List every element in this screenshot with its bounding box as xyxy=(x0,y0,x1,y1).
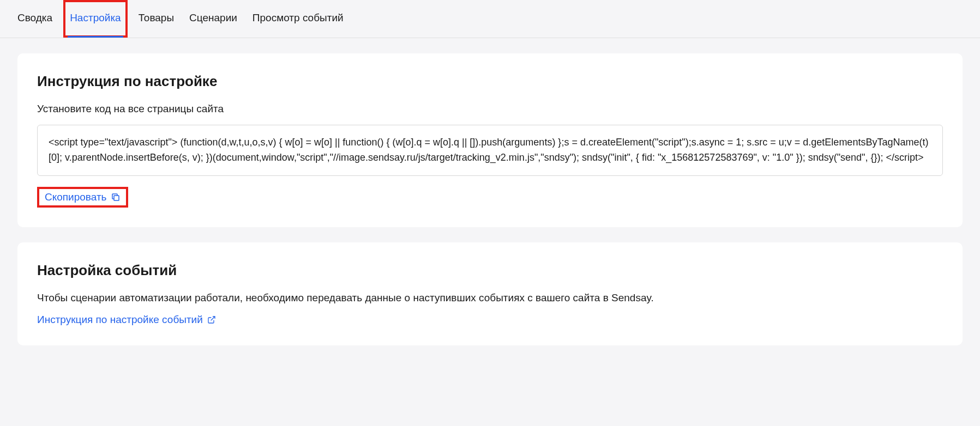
instruction-title: Инструкция по настройке xyxy=(37,73,943,90)
events-link-label: Инструкция по настройке событий xyxy=(37,314,203,326)
content-area: Инструкция по настройке Установите код н… xyxy=(0,38,980,376)
events-description: Чтобы сценарии автоматизации работали, н… xyxy=(37,292,943,304)
instruction-card: Инструкция по настройке Установите код н… xyxy=(17,53,963,227)
svg-rect-0 xyxy=(114,196,119,200)
tab-summary[interactable]: Сводка xyxy=(17,0,52,38)
tab-products[interactable]: Товары xyxy=(139,0,174,38)
tabs-bar: Сводка Настройка Товары Сценарии Просмот… xyxy=(0,0,980,38)
events-title: Настройка событий xyxy=(37,262,943,279)
tab-active-underline xyxy=(68,36,123,38)
copy-icon xyxy=(111,192,121,202)
code-box[interactable]: <script type="text/javascript"> (functio… xyxy=(37,125,943,176)
instruction-subtitle: Установите код на все страницы сайта xyxy=(37,103,943,115)
tab-settings[interactable]: Настройка xyxy=(63,0,128,38)
tab-scenarios[interactable]: Сценарии xyxy=(189,0,237,38)
events-instruction-link[interactable]: Инструкция по настройке событий xyxy=(37,314,216,326)
copy-button-label: Скопировать xyxy=(45,191,106,203)
tab-settings-label: Настройка xyxy=(70,12,121,23)
copy-button[interactable]: Скопировать xyxy=(37,187,128,208)
external-link-icon xyxy=(207,315,216,324)
events-card: Настройка событий Чтобы сценарии автомат… xyxy=(17,242,963,345)
tab-event-viewer[interactable]: Просмотр событий xyxy=(252,0,344,38)
